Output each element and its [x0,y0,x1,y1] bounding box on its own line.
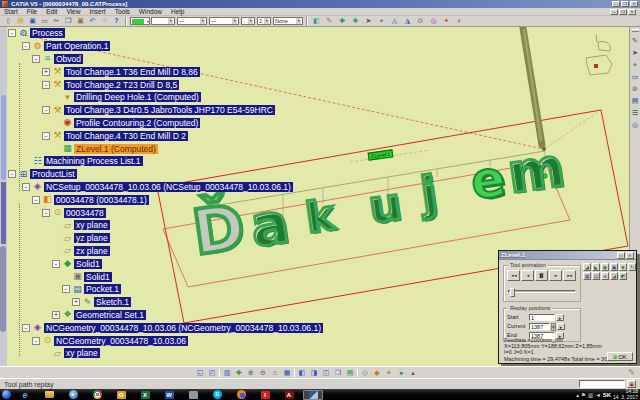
tree-item-label[interactable]: Geometrical Set.1 [74,310,146,320]
replay-slider[interactable] [508,290,576,293]
tree-item-label[interactable]: Solid1 [84,272,112,282]
tree-item-label[interactable]: xy plane [64,348,100,358]
tree-item-label[interactable]: Tool Change.3 D4r0.5 JabroTools JHP170 E… [64,105,275,115]
tree-expander[interactable]: - [22,42,30,50]
tree-item-label[interactable]: Tool Change.2 T23 Drill D 8,5 [64,80,179,90]
tree-row[interactable]: - ◧ 00034478 (00034478.1) [8,193,323,206]
toolbar-icon[interactable]: ▤ [15,16,26,26]
window-control-button[interactable]: ❐ [621,1,629,7]
tree-item-label[interactable]: Profile Contouring.2 (Computed) [74,118,200,128]
side-toolbar-icon[interactable]: ◎ [630,119,640,131]
replay-option-icon[interactable]: ▦ [583,272,591,280]
taskbar-app-icon[interactable] [39,390,59,400]
tree-expander[interactable]: - [42,81,50,89]
tree-item-label[interactable]: NCGeometry_00034478_10.03.06 (NCGeometry… [44,323,323,333]
tree-item-label[interactable]: Solid1 [74,259,102,269]
toolbar-icon[interactable]: ◬ [389,16,400,26]
view-tool-icon[interactable]: ◫ [321,368,331,378]
tree-item-label[interactable]: 00034478 (00034478.1) [54,195,149,205]
view-tool-icon[interactable]: ▴ [408,368,418,378]
toolbar-icon[interactable]: ▯ [3,16,14,26]
tree-row[interactable]: - ▤ Pocket.1 [8,283,323,296]
menu-item[interactable]: Start [4,8,18,16]
taskbar-app-icon[interactable]: W [159,390,179,400]
tree-row[interactable]: ▾ Drilling Deep Hole.1 (Computed) [8,91,323,104]
menu-item[interactable]: Edit [46,8,57,16]
tree-item-label[interactable]: ProductList [30,169,77,179]
toolbar-icon[interactable]: ✂ [51,16,62,26]
tree-row[interactable]: ▱ xy plane [8,219,323,232]
toolbar-icon[interactable]: ❖ [350,16,361,26]
tray-icon[interactable]: ▴ [576,392,579,398]
tree-item-label[interactable]: ZLevel.1 (Computed) [74,144,158,154]
tree-item-label[interactable]: Machining Process List.1 [44,156,143,166]
taskbar-app-icon[interactable]: I [255,390,275,400]
graphic-properties-dropdown[interactable]: — ▾ [177,17,207,25]
command-input[interactable] [579,380,625,388]
tree-item-label[interactable]: NCGeometry_00034478_10.03.06 [54,336,188,346]
dock-segment[interactable] [1,182,6,244]
tree-expander[interactable]: - [8,170,16,178]
view-tool-icon[interactable]: ✚ [234,368,244,378]
tree-row[interactable]: + ✎ Sketch.1 [8,296,323,309]
tree-item-label[interactable]: zx plane [74,246,110,256]
graphic-color-dropdown[interactable]: ▾ [130,17,150,25]
document-control-button[interactable]: ❐ [619,9,627,15]
tree-row[interactable]: - ⚒ Tool Change.4 T30 End Mill D 2 [8,129,323,142]
menu-item[interactable]: View [66,8,80,16]
playback-button[interactable]: ► [549,270,562,281]
status-bar-button[interactable]: ▣ [627,380,636,388]
document-control-button[interactable]: — [610,9,618,15]
playback-button[interactable]: ◄◄ [507,270,520,281]
menu-item[interactable]: Window [139,8,162,16]
toolbar-icon[interactable]: ◐ [454,16,465,26]
playback-button[interactable]: ►► [563,270,576,281]
tree-row[interactable]: ▦ ZLevel.1 (Computed) [8,142,323,155]
tree-row[interactable]: - ⚙ Process [8,27,323,40]
tree-row[interactable]: ▱ yz plane [8,232,323,245]
document-control-button[interactable]: ✕ [628,9,636,15]
side-toolbar-icon[interactable]: ➤ [630,47,640,59]
tree-expander[interactable]: - [22,324,30,332]
tree-row[interactable]: ☷ Machining Process List.1 [8,155,323,168]
ok-button[interactable]: OK [607,352,633,361]
tray-icon[interactable]: ⚑ [581,392,586,398]
tree-item-label[interactable]: Obvod [54,54,83,64]
tree-item-label[interactable]: xy plane [74,220,110,230]
side-toolbar-icon[interactable]: ✎ [630,35,640,47]
toolbar-icon[interactable]: ⊙ [415,16,426,26]
tree-item-label[interactable]: Tool Change.1 T36 End Mill D 8,86 [64,67,200,77]
pencil-icon[interactable]: ✎ [628,368,635,377]
slider-thumb[interactable] [510,288,515,297]
toolbar-icon[interactable]: ▣ [27,16,38,26]
menu-item[interactable]: Help [171,8,184,16]
tree-item-label[interactable]: NCSetup_00034478_10.03.06 (NCSetup_00034… [44,182,293,192]
tree-expander[interactable]: - [32,337,40,345]
tree-row[interactable]: - ◆ Solid1 [8,257,323,270]
tree-row[interactable]: - ⊞ ProductList [8,168,323,181]
taskbar-clock[interactable]: 14:18 14. 3. 2017 [613,389,638,399]
window-control-button[interactable]: — [612,1,620,7]
tree-item-label[interactable]: Sketch.1 [94,297,131,307]
tree-row[interactable]: - ⚒ Tool Change.2 T23 Drill D 8,5 [8,78,323,91]
tree-row[interactable]: ▱ zx plane [8,245,323,258]
tree-row[interactable]: - ⚙ Part Operation.1 [8,40,323,53]
tree-item-label[interactable]: Pocket.1 [84,284,121,294]
taskbar-app-icon[interactable]: e [15,390,35,400]
toolbar-icon[interactable]: ? [111,16,122,26]
tree-row[interactable]: - ≡ Obvod [8,53,323,66]
tree-item-label[interactable]: 00034478 [64,208,106,218]
view-tool-icon[interactable] [219,369,220,377]
view-tool-icon[interactable]: ▤ [345,368,355,378]
dialog-control-button[interactable]: ▭ [617,252,625,259]
tree-expander[interactable]: - [32,196,40,204]
go-to-button[interactable]: ▸ [556,314,564,321]
view-tool-icon[interactable]: ◆ [372,368,382,378]
toolbar-icon[interactable]: ▭ [39,16,50,26]
toolbar-drag-handle[interactable] [632,29,639,32]
view-tool-icon[interactable]: ◇ [360,368,370,378]
taskbar-app-icon[interactable] [231,390,251,400]
menu-item[interactable]: File [27,8,37,16]
tree-row[interactable]: - ◈ NCSetup_00034478_10.03.06 (NCSetup_0… [8,181,323,194]
tree-expander[interactable]: - [62,285,70,293]
